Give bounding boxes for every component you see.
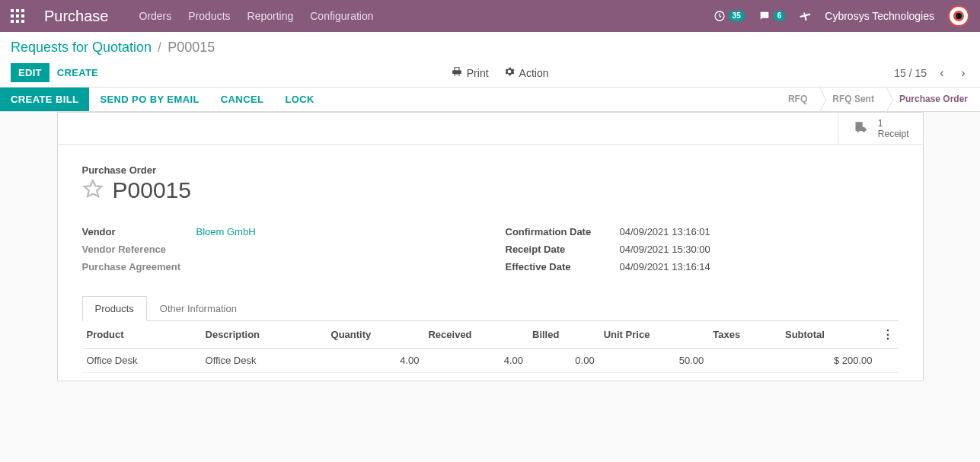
lock-button[interactable]: Lock <box>274 88 324 111</box>
nav-orders[interactable]: Orders <box>139 10 172 22</box>
svg-rect-0 <box>11 9 14 12</box>
print-label: Print <box>467 67 489 79</box>
svg-rect-8 <box>21 20 24 23</box>
confirmation-date-value: 04/09/2021 13:16:01 <box>620 226 710 237</box>
gear-icon <box>504 66 515 79</box>
agreement-label: Purchase Agreement <box>82 261 196 272</box>
messages-button[interactable]: 6 <box>758 10 786 22</box>
th-billed[interactable]: Billed <box>528 321 599 349</box>
pager-next[interactable]: › <box>957 66 969 80</box>
receipt-date-value: 04/09/2021 15:30:00 <box>620 244 710 255</box>
breadcrumb-parent[interactable]: Requests for Quotation <box>11 40 152 56</box>
breadcrumb-separator: / <box>158 40 161 56</box>
print-icon <box>452 66 462 79</box>
messages-badge: 6 <box>774 11 786 21</box>
send-po-button[interactable]: Send PO by Email <box>89 88 209 111</box>
stage-rfq-sent[interactable]: RFQ Sent <box>819 88 886 111</box>
activities-button[interactable]: 35 <box>713 10 745 22</box>
print-button[interactable]: Print <box>452 66 489 79</box>
priority-star[interactable] <box>82 179 104 202</box>
stage-rfq[interactable]: RFQ <box>776 88 819 111</box>
svg-rect-4 <box>16 14 19 18</box>
effective-date-label: Effective Date <box>506 261 620 272</box>
th-unit-price[interactable]: Unit Price <box>599 321 709 349</box>
action-label: Action <box>519 67 549 79</box>
form-sheet: 1 Receipt Purchase Order P00015 Vendor B… <box>57 112 924 381</box>
nav-links: Orders Products Reporting Configuration <box>139 10 374 22</box>
status-bar: Create Bill Send PO by Email Cancel Lock… <box>0 88 980 112</box>
breadcrumb: Requests for Quotation / P00015 <box>11 40 969 56</box>
nav-configuration[interactable]: Configuration <box>310 10 373 22</box>
app-brand[interactable]: Purchase <box>44 8 109 25</box>
create-button[interactable]: Create <box>49 63 106 82</box>
tabs: Products Other Information <box>82 295 899 321</box>
vendor-value[interactable]: Bloem GmbH <box>196 226 256 237</box>
receipt-label: Receipt <box>878 129 909 139</box>
user-avatar[interactable] <box>948 5 969 27</box>
stage-po[interactable]: Purchase Order <box>886 88 980 111</box>
chat-icon <box>758 10 771 22</box>
th-quantity[interactable]: Quantity <box>327 321 424 349</box>
th-description[interactable]: Description <box>201 321 327 349</box>
cell-quantity: 4.00 <box>327 349 424 373</box>
order-lines-table: Product Description Quantity Received Bi… <box>82 321 899 373</box>
debug-icon[interactable] <box>799 10 811 22</box>
pager-prev[interactable]: ‹ <box>936 66 948 80</box>
cell-description: Office Desk <box>201 349 327 373</box>
cell-subtotal: $ 200.00 <box>780 349 877 373</box>
svg-rect-3 <box>11 14 14 18</box>
table-row[interactable]: Office Desk Office Desk 4.00 4.00 0.00 5… <box>82 349 899 373</box>
nav-products[interactable]: Products <box>188 10 230 22</box>
clock-icon <box>713 10 726 22</box>
nav-right: 35 6 Cybrosys Technologies <box>713 5 969 27</box>
th-received[interactable]: Received <box>423 321 528 349</box>
th-options-icon[interactable]: ⋮ <box>877 321 899 349</box>
receipt-date-label: Receipt Date <box>506 244 620 255</box>
tab-products[interactable]: Products <box>82 296 147 321</box>
cell-received: 4.00 <box>423 349 528 373</box>
button-box: 1 Receipt <box>58 113 923 145</box>
tab-other[interactable]: Other Information <box>147 296 250 321</box>
svg-rect-2 <box>21 9 24 12</box>
create-bill-button[interactable]: Create Bill <box>0 88 89 111</box>
th-taxes[interactable]: Taxes <box>708 321 780 349</box>
control-panel: Requests for Quotation / P00015 Edit Cre… <box>0 32 980 88</box>
po-name: P00015 <box>113 177 191 203</box>
nav-reporting[interactable]: Reporting <box>247 10 294 22</box>
vendor-ref-label: Vendor Reference <box>82 244 196 255</box>
cancel-button[interactable]: Cancel <box>210 88 275 111</box>
svg-rect-5 <box>21 14 24 18</box>
th-product[interactable]: Product <box>82 321 201 349</box>
receipt-count: 1 <box>878 118 909 129</box>
cell-taxes <box>708 349 780 373</box>
company-selector[interactable]: Cybrosys Technologies <box>825 10 934 22</box>
truck-icon <box>852 119 870 137</box>
apps-icon[interactable] <box>11 9 24 23</box>
vendor-label: Vendor <box>82 226 196 237</box>
action-button[interactable]: Action <box>504 66 549 79</box>
svg-rect-7 <box>16 20 19 23</box>
breadcrumb-current: P00015 <box>168 40 215 56</box>
activities-badge: 35 <box>729 11 745 21</box>
top-nav: Purchase Orders Products Reporting Confi… <box>0 0 980 32</box>
title-label: Purchase Order <box>82 164 899 176</box>
svg-rect-6 <box>11 20 14 23</box>
confirmation-date-label: Confirmation Date <box>506 226 620 237</box>
form-view: 1 Receipt Purchase Order P00015 Vendor B… <box>0 112 980 381</box>
cell-unit-price: 50.00 <box>599 349 709 373</box>
receipt-stat-button[interactable]: 1 Receipt <box>838 113 923 144</box>
pager-text[interactable]: 15 / 15 <box>894 67 927 79</box>
edit-button[interactable]: Edit <box>11 63 49 82</box>
cell-billed: 0.00 <box>528 349 599 373</box>
svg-rect-1 <box>16 9 19 12</box>
effective-date-value: 04/09/2021 13:16:14 <box>620 261 710 272</box>
th-subtotal[interactable]: Subtotal <box>780 321 877 349</box>
cell-product: Office Desk <box>82 349 201 373</box>
